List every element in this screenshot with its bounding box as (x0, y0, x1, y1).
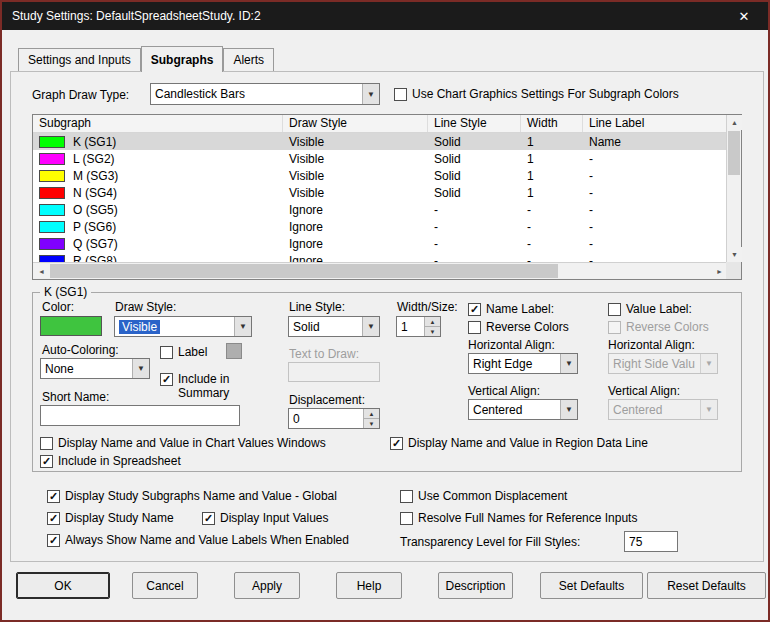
table-row[interactable]: Q (SG7) Ignore - - - (33, 235, 728, 252)
checkbox-box (608, 321, 621, 334)
draw-style-select[interactable]: Visible ▼ (114, 316, 252, 337)
column-header-subgraph[interactable]: Subgraph (33, 115, 283, 132)
width-size-stepper[interactable]: 1 ▲ ▼ (396, 316, 441, 337)
always-show-labels-checkbox[interactable]: ✓ Always Show Name and Value Labels When… (47, 533, 349, 547)
set-defaults-button[interactable]: Set Defaults (540, 572, 643, 599)
column-header-width[interactable]: Width (521, 115, 583, 132)
display-chart-values-checkbox[interactable]: Display Name and Value in Chart Values W… (40, 436, 326, 450)
scroll-up-icon[interactable]: ▲ (727, 115, 742, 130)
use-chart-graphics-checkbox[interactable]: Use Chart Graphics Settings For Subgraph… (394, 87, 679, 101)
checkbox-box: ✓ (160, 373, 173, 386)
tab-subgraphs[interactable]: Subgraphs (141, 46, 224, 72)
value-label-checkbox[interactable]: Value Label: (608, 302, 692, 316)
spin-up-icon[interactable]: ▲ (425, 317, 440, 327)
table-row[interactable]: N (SG4) Visible Solid 1 - (33, 184, 728, 201)
cell-subgraph: K (SG1) (73, 135, 116, 149)
transparency-input[interactable] (624, 531, 678, 552)
subgraph-color-swatch (39, 187, 65, 199)
horizontal-scrollbar[interactable]: ◄ ► (33, 262, 728, 279)
checkbox-box (400, 490, 413, 503)
table-row[interactable]: K (SG1) Visible Solid 1 Name (33, 133, 728, 150)
tab-alerts[interactable]: Alerts (223, 48, 274, 71)
label-checkbox[interactable]: Label (160, 345, 207, 359)
cell-draw-style: Ignore (283, 201, 428, 218)
chevron-down-icon[interactable]: ▼ (362, 84, 379, 104)
color-button[interactable] (40, 316, 102, 336)
text-to-draw-input (288, 362, 380, 382)
horizontal-scrollbar-thumb[interactable] (50, 264, 558, 278)
short-name-input[interactable] (40, 405, 240, 426)
graph-draw-type-select[interactable]: Candlestick Bars ▼ (150, 83, 380, 105)
display-subgraphs-global-checkbox[interactable]: ✓ Display Study Subgraphs Name and Value… (47, 489, 337, 503)
column-header-line-style[interactable]: Line Style (428, 115, 521, 132)
cell-line-style: - (428, 201, 521, 218)
spin-up-icon[interactable]: ▲ (364, 409, 379, 419)
chevron-down-icon[interactable]: ▼ (560, 400, 577, 419)
display-study-name-checkbox[interactable]: ✓ Display Study Name (47, 511, 174, 525)
table-row[interactable]: O (SG5) Ignore - - - (33, 201, 728, 218)
checkbox-box (394, 88, 407, 101)
spin-down-icon[interactable]: ▼ (425, 327, 440, 336)
horizontal-align-select-disabled: Right Side Valu ▼ (608, 353, 718, 374)
chevron-down-icon[interactable]: ▼ (362, 317, 379, 336)
vertical-align-select[interactable]: Centered ▼ (468, 399, 578, 420)
apply-button[interactable]: Apply (234, 572, 300, 599)
display-region-data-checkbox[interactable]: ✓ Display Name and Value in Region Data … (390, 436, 648, 450)
checkbox-label: Use Chart Graphics Settings For Subgraph… (412, 87, 679, 101)
chevron-down-icon: ▼ (700, 354, 717, 373)
table-row[interactable]: M (SG3) Visible Solid 1 - (33, 167, 728, 184)
description-button[interactable]: Description (438, 572, 513, 599)
ok-button[interactable]: OK (16, 572, 110, 599)
include-in-spreadsheet-checkbox[interactable]: ✓ Include in Spreadsheet (40, 454, 181, 468)
name-label-checkbox[interactable]: ✓ Name Label: (468, 302, 554, 316)
cell-width: 1 (521, 150, 583, 167)
checkbox-box: ✓ (390, 437, 403, 450)
help-button[interactable]: Help (336, 572, 402, 599)
column-header-draw-style[interactable]: Draw Style (283, 115, 428, 132)
study-settings-dialog: Study Settings: DefaultSpreadsheetStudy.… (0, 0, 770, 622)
checkbox-label: Display Study Name (65, 511, 174, 525)
scroll-left-icon[interactable]: ◄ (33, 263, 50, 279)
reset-defaults-button[interactable]: Reset Defaults (647, 572, 766, 599)
checkbox-box: ✓ (47, 534, 60, 547)
cell-width: 1 (521, 167, 583, 184)
cell-subgraph: R (SG8) (73, 254, 117, 263)
window-title: Study Settings: DefaultSpreadsheetStudy.… (12, 9, 261, 23)
chevron-down-icon[interactable]: ▼ (132, 359, 149, 378)
line-style-select[interactable]: Solid ▼ (288, 316, 380, 337)
spin-down-icon[interactable]: ▼ (364, 419, 379, 428)
close-icon[interactable]: ✕ (730, 2, 758, 30)
checkbox-label: Reverse Colors (626, 320, 709, 334)
horizontal-align-select[interactable]: Right Edge ▼ (468, 353, 578, 374)
line-style-value: Solid (289, 317, 362, 336)
cell-line-style: - (428, 218, 521, 235)
checkbox-box (160, 346, 173, 359)
scroll-down-icon[interactable]: ▼ (727, 247, 742, 262)
cell-width: - (521, 235, 583, 252)
display-input-values-checkbox[interactable]: ✓ Display Input Values (202, 511, 329, 525)
graph-draw-type-label: Graph Draw Type: (32, 88, 129, 102)
resolve-full-names-checkbox[interactable]: Resolve Full Names for Reference Inputs (400, 511, 637, 525)
include-in-summary-checkbox[interactable]: ✓ Include in Summary (160, 372, 250, 400)
graph-draw-type-value: Candlestick Bars (151, 84, 362, 104)
auto-coloring-select[interactable]: None ▼ (40, 358, 150, 379)
checkbox-label: Use Common Displacement (418, 489, 567, 503)
chevron-down-icon[interactable]: ▼ (234, 317, 251, 336)
table-row[interactable]: L (SG2) Visible Solid 1 - (33, 150, 728, 167)
table-row[interactable]: P (SG6) Ignore - - - (33, 218, 728, 235)
vertical-scrollbar-thumb[interactable] (728, 131, 740, 175)
vertical-scrollbar[interactable]: ▲ ▼ (726, 115, 741, 262)
displacement-stepper[interactable]: 0 ▲ ▼ (288, 408, 380, 429)
tab-settings-and-inputs[interactable]: Settings and Inputs (18, 48, 141, 71)
label-color-button[interactable] (226, 343, 242, 359)
cell-line-label: - (583, 252, 728, 262)
use-common-displacement-checkbox[interactable]: Use Common Displacement (400, 489, 567, 503)
checkbox-label: Display Name and Value in Region Data Li… (408, 436, 648, 450)
table-row[interactable]: R (SG8) Ignore - - - (33, 252, 728, 262)
cancel-button[interactable]: Cancel (132, 572, 198, 599)
titlebar[interactable]: Study Settings: DefaultSpreadsheetStudy.… (2, 2, 768, 30)
reverse-colors-checkbox[interactable]: Reverse Colors (468, 320, 569, 334)
chevron-down-icon[interactable]: ▼ (560, 354, 577, 373)
column-header-line-label[interactable]: Line Label (583, 115, 728, 132)
cell-line-label: - (583, 201, 728, 218)
